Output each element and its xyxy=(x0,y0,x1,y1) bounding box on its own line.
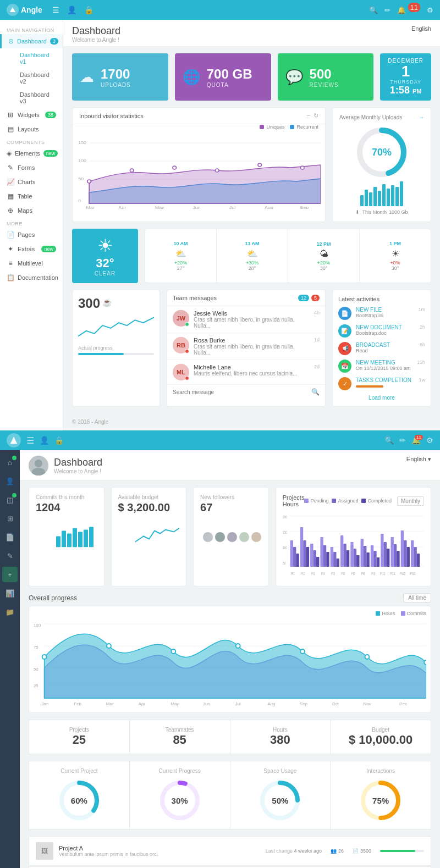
notif-icon[interactable]: 🔔 xyxy=(397,6,406,14)
user2-icon[interactable]: 👤 xyxy=(40,436,49,445)
arrow-icon[interactable]: → xyxy=(419,114,424,120)
pencil-icon[interactable]: ✏ xyxy=(384,6,391,14)
sidebar-item-dash-v2[interactable]: Dashboard v2 xyxy=(13,68,63,88)
commits-label: Commits this month xyxy=(36,494,97,500)
sidebar-item-widgets[interactable]: ⊞ Widgets 38 xyxy=(0,108,63,122)
search-input[interactable] xyxy=(173,389,308,395)
s2-folder[interactable]: 📁 xyxy=(2,604,18,620)
svg-text:Jun: Jun xyxy=(203,701,210,706)
svg-rect-73 xyxy=(370,545,373,567)
project-name-0: Project A xyxy=(59,845,260,852)
overall-section: Overall progress All time Hours Commits xyxy=(20,593,440,720)
svg-text:0: 0 xyxy=(78,198,81,203)
metric-interactions: Interactions 75% xyxy=(330,761,431,830)
sidebar-item-dash-v1[interactable]: Dashboard v1 xyxy=(13,48,63,68)
sidebar-item-elements[interactable]: ◈ Elements new xyxy=(0,146,63,161)
ss-lbl-budget: Budget xyxy=(337,727,424,733)
weather-icon-1pm: ☀ xyxy=(392,248,399,259)
sidebar-item-charts[interactable]: 📈 Charts xyxy=(0,175,63,189)
sidebar-item-dashboard[interactable]: ⊙ Dashboard 3 xyxy=(0,34,63,48)
sidebar-item-forms[interactable]: ✎ Forms xyxy=(0,161,63,175)
s2-file[interactable]: 📄 xyxy=(2,529,18,545)
sidebar-item-layouts[interactable]: ▤ Layouts xyxy=(0,122,63,136)
menu-icon[interactable]: ☰ xyxy=(52,5,59,14)
change-1pm: +0% xyxy=(390,260,400,266)
s2-user[interactable]: 👤 xyxy=(2,473,18,489)
pencil2-icon[interactable]: ✏ xyxy=(399,436,406,445)
svg-point-14 xyxy=(300,166,304,169)
settings2-icon[interactable]: ⚙ xyxy=(426,436,433,445)
sidebar-item-maps[interactable]: ⊕ Maps xyxy=(0,203,63,218)
minimize-icon[interactable]: − xyxy=(307,112,310,119)
search2-icon[interactable]: 🔍 xyxy=(384,436,394,445)
msg-content-0: Jessie Wells Cras sit amet nibh libero, … xyxy=(194,310,310,329)
time-12pm: 12 PM xyxy=(316,241,331,247)
ph-filter[interactable]: Monthly xyxy=(397,496,424,506)
load-more[interactable]: Load more xyxy=(338,395,425,401)
sidebar-item-multilevel[interactable]: ≡ Multilevel xyxy=(0,256,63,270)
svg-rect-50 xyxy=(293,547,296,567)
svg-text:Pt9: Pt9 xyxy=(371,572,376,576)
lock2-icon[interactable]: 🔒 xyxy=(54,436,64,445)
donut-container: 70% xyxy=(354,125,409,180)
s2-new[interactable]: + xyxy=(2,567,18,582)
svg-rect-61 xyxy=(330,547,333,567)
svg-rect-83 xyxy=(404,540,406,567)
pages-icon: 📄 xyxy=(7,231,14,239)
weather-icon-12pm: 🌤 xyxy=(320,249,328,259)
search-icon[interactable]: 🔍 xyxy=(369,6,378,14)
menu2-icon[interactable]: ☰ xyxy=(26,435,34,446)
logo: Angle xyxy=(7,4,42,16)
widgets-icon: ⊞ xyxy=(7,111,14,119)
svg-point-112 xyxy=(236,644,240,648)
lock-icon[interactable]: 🔒 xyxy=(84,5,94,14)
s2-home[interactable]: ⌂ xyxy=(2,455,18,470)
search-icon[interactable]: 🔍 xyxy=(311,388,320,396)
overall-filter[interactable]: All time xyxy=(403,593,431,602)
msg-item-0: JW Jessie Wells Cras sit amet nibh liber… xyxy=(167,306,325,333)
projects-hours-card: Projects Hours Pending Assigned xyxy=(276,487,431,587)
user-icon[interactable]: 👤 xyxy=(67,5,76,14)
svg-rect-86 xyxy=(414,547,416,567)
weather-main: ☀ 32° CLEAR xyxy=(72,229,138,283)
svg-rect-84 xyxy=(406,547,409,567)
topbar-nav: ☰ 👤 🔒 xyxy=(52,5,94,14)
svg-rect-76 xyxy=(381,534,383,567)
inbound-chart-header: Inbound visitor statistics − ↻ xyxy=(73,108,325,124)
s2-layers[interactable]: ◫ xyxy=(2,492,18,507)
follower-avatar xyxy=(239,532,250,543)
sidebar-item-docs[interactable]: 📋 Documentation xyxy=(0,270,63,285)
svg-text:Pt3: Pt3 xyxy=(311,572,315,576)
weather-10am: 10 AM ⛅ +20% 27° xyxy=(145,229,217,283)
s2-edit[interactable]: ✎ xyxy=(2,548,18,563)
date-time: 1:58 PM xyxy=(388,85,424,96)
act-sub-0: Bootstrap.ini xyxy=(356,313,414,318)
notif2-icon[interactable]: 🔔 11 xyxy=(411,436,421,445)
main-layout: Main Navigation ⊙ Dashboard 3 Dashboard … xyxy=(0,20,440,430)
weather-times: 10 AM ⛅ +20% 27° 11 AM ⛅ +30% 28° 12 PM … xyxy=(145,229,431,283)
s2-chart[interactable]: 📊 xyxy=(2,585,18,601)
messages-box: Team messages 12 5 JW Jessie Wells xyxy=(167,290,326,407)
sidebar-item-pages[interactable]: 📄 Pages xyxy=(0,228,63,242)
act-icon-2: 📢 xyxy=(338,342,351,355)
svg-rect-74 xyxy=(373,551,376,567)
s2-grid[interactable]: ⊞ xyxy=(2,511,18,526)
chat-icon: 💬 xyxy=(285,69,303,86)
temp-10am: 27° xyxy=(177,266,185,271)
legend-commits: Commits xyxy=(401,611,427,616)
svg-rect-54 xyxy=(306,547,309,567)
svg-text:Pt8: Pt8 xyxy=(361,572,366,576)
msg-title: Team messages xyxy=(173,295,217,301)
language-selector[interactable]: English xyxy=(411,25,431,32)
project-users-0: 👥 26 xyxy=(331,848,344,854)
follower-avatar xyxy=(227,532,238,543)
svg-text:JW: JW xyxy=(177,315,186,322)
budget-label: Available budget xyxy=(118,494,180,500)
sidebar-item-table[interactable]: ▦ Table xyxy=(0,189,63,203)
sidebar-item-extras[interactable]: ✦ Extras new xyxy=(0,242,63,256)
settings-icon[interactable]: ⚙ xyxy=(427,6,433,14)
msg-content-2: Michelle Lane Mauris eleifend, libero ne… xyxy=(194,364,310,377)
sidebar-item-dash-v3[interactable]: Dashboard v3 xyxy=(13,88,63,108)
language-selector-2[interactable]: English ▾ xyxy=(406,456,431,463)
refresh-icon[interactable]: ↻ xyxy=(314,112,318,119)
